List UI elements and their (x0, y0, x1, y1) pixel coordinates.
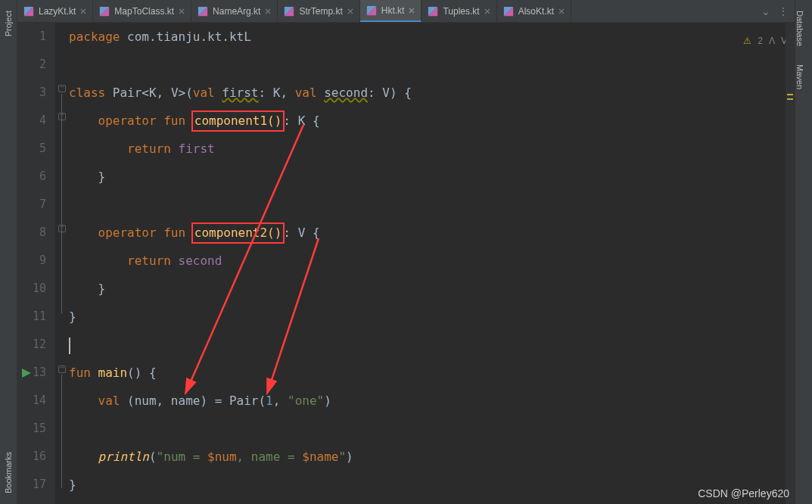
error-stripe[interactable] (786, 23, 795, 504)
code-token: <K, V>( (142, 86, 192, 100)
kotlin-file-icon (23, 6, 34, 17)
close-icon[interactable] (409, 8, 415, 14)
tabs-dropdown-icon[interactable]: ⌄ (761, 5, 770, 17)
tabs-overflow: ⌄ ⋮ (755, 0, 795, 22)
tab-maptoclass[interactable]: MapToClass.kt (93, 0, 191, 22)
close-icon[interactable] (80, 8, 86, 14)
close-icon[interactable] (558, 8, 565, 14)
run-gutter-icon[interactable] (22, 369, 31, 378)
kotlin-file-icon (366, 5, 377, 16)
tab-namearg[interactable]: NameArg.kt (191, 0, 278, 22)
code-token: val (193, 86, 215, 100)
code-editor[interactable]: 1 2 3 4 5 6 7 8 9 10 11 12 13 14 15 16 1… (17, 23, 795, 504)
code-token: } (98, 170, 106, 184)
editor-tabs: LazyKt.kt MapToClass.kt NameArg.kt StrTe… (17, 0, 795, 23)
warning-marker[interactable] (787, 94, 793, 95)
code-token: second (171, 254, 222, 268)
right-tool-rail: Database Maven (795, 0, 812, 504)
left-tool-rail: Project Bookmarks (0, 0, 17, 504)
code-token: val (295, 86, 317, 100)
code-token: " (338, 450, 346, 464)
line-number: 12 (17, 331, 46, 359)
line-number: 16 (17, 443, 46, 471)
code-token: ) (324, 394, 331, 408)
highlight-component2: component2() (191, 222, 285, 244)
code-token: return (127, 254, 171, 268)
code-token: $name (302, 450, 338, 464)
line-number: 11 (17, 303, 46, 331)
fold-toggle-icon[interactable] (58, 366, 66, 373)
tab-hkt[interactable]: Hkt.kt (360, 0, 422, 22)
text-caret (69, 338, 70, 354)
kotlin-file-icon (503, 6, 514, 17)
nav-up-icon[interactable]: ᐱ (769, 27, 775, 55)
code-token: Pair (105, 86, 142, 100)
highlight-component1: component1() (191, 110, 285, 132)
tab-lazykt[interactable]: LazyKt.kt (17, 0, 93, 22)
tabs-more-icon[interactable]: ⋮ (778, 5, 789, 17)
close-icon[interactable] (179, 8, 185, 14)
code-token: (num, name) = Pair( (120, 394, 266, 408)
line-number: 10 (17, 275, 46, 303)
code-token: () { (127, 366, 157, 380)
code-token: operator fun (98, 226, 186, 240)
line-number: 1 (17, 23, 46, 51)
code-area[interactable]: ⚠ 2 ᐱ ᐯ package com.tianju.kt.ktL class … (69, 23, 795, 504)
kotlin-file-icon (284, 6, 294, 17)
code-token: ( (149, 450, 157, 464)
code-token: class (69, 86, 105, 100)
fold-toggle-icon[interactable] (58, 113, 66, 120)
code-token: main (91, 366, 127, 380)
code-token: "num = (157, 450, 207, 464)
close-icon[interactable] (484, 8, 490, 14)
line-number: 4 (17, 107, 46, 135)
tab-strtemp[interactable]: StrTemp.kt (278, 0, 359, 22)
kotlin-file-icon (198, 6, 208, 17)
code-token: , name = (237, 450, 303, 464)
code-token: com.tianju.kt.ktL (120, 30, 250, 44)
code-token: : K { (283, 114, 319, 128)
line-number: 14 (17, 387, 46, 415)
svg-marker-14 (22, 369, 31, 378)
fold-toggle-icon[interactable] (58, 85, 66, 92)
code-token: first (171, 142, 215, 156)
watermark-text: CSDN @Perley620 (698, 487, 789, 499)
code-token: : V) { (368, 86, 412, 100)
close-icon[interactable] (347, 8, 353, 14)
rail-database[interactable]: Database (795, 6, 804, 51)
fold-guide (61, 94, 62, 313)
code-token: second (324, 86, 368, 100)
warning-count: 2 (758, 27, 763, 55)
code-token: println (98, 450, 149, 464)
code-token: return (127, 142, 171, 156)
code-token: first (222, 86, 258, 100)
kotlin-file-icon (99, 6, 110, 17)
line-number: 2 (17, 51, 46, 79)
rail-maven[interactable]: Maven (795, 60, 804, 94)
code-token: fun (69, 366, 91, 380)
code-token: operator fun (98, 114, 186, 128)
code-token: $num (207, 450, 237, 464)
line-gutter: 1 2 3 4 5 6 7 8 9 10 11 12 13 14 15 16 1… (17, 23, 55, 504)
code-token: "one" (288, 394, 324, 408)
rail-project[interactable]: Project (0, 6, 17, 41)
rail-bookmarks[interactable]: Bookmarks (0, 447, 17, 498)
fold-guide (61, 375, 62, 488)
line-number: 8 (17, 219, 46, 247)
kotlin-file-icon (428, 6, 438, 17)
line-number: 13 (17, 359, 46, 387)
code-token: } (69, 478, 76, 492)
code-token: : K, (259, 86, 295, 100)
fold-toggle-icon[interactable] (58, 225, 66, 232)
code-token: val (98, 394, 120, 408)
code-token: } (98, 282, 106, 296)
tab-alsokt[interactable]: AlsoKt.kt (497, 0, 571, 22)
tab-tuples[interactable]: Tuples.kt (422, 0, 496, 22)
line-number: 17 (17, 471, 46, 499)
close-icon[interactable] (265, 8, 271, 14)
fold-column (55, 23, 69, 504)
code-token: : V { (283, 226, 319, 240)
line-number: 6 (17, 163, 46, 191)
warning-marker[interactable] (787, 98, 793, 100)
warning-icon[interactable]: ⚠ (743, 27, 751, 55)
